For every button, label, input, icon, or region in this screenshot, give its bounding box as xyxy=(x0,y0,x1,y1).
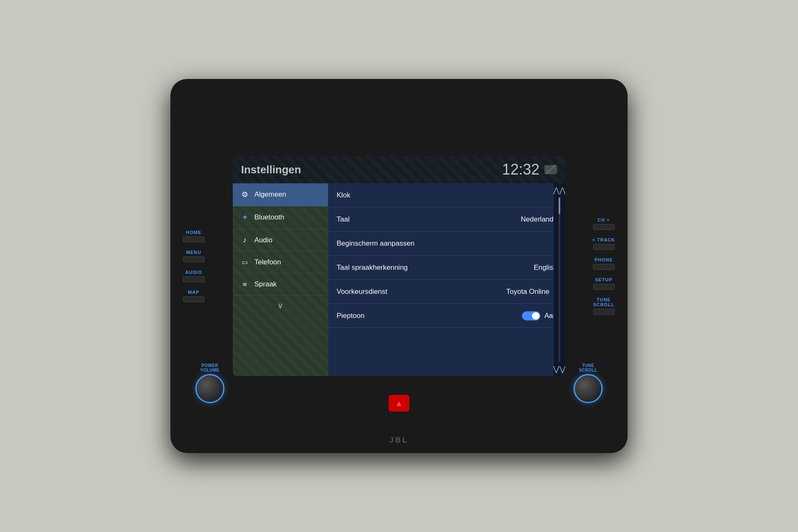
scroll-track[interactable] xyxy=(559,197,560,362)
home-button-group[interactable]: HOME xyxy=(183,230,204,242)
map-button-group[interactable]: MAP xyxy=(183,290,204,302)
row-taal[interactable]: Taal Nederlands xyxy=(328,207,565,232)
audio-icon: ♪ xyxy=(240,236,249,244)
power-volume-knob[interactable] xyxy=(195,374,224,403)
pieptoon-label: Pieptoon xyxy=(337,312,522,320)
menu-button[interactable] xyxy=(183,256,204,262)
tune-scroll-button[interactable] xyxy=(593,309,615,315)
power-volume-label: POWER VOLUME xyxy=(195,363,224,372)
audio-label: AUDIO xyxy=(185,270,202,275)
settings-content-panel: Klok Taal Nederlands Beginscherm aanpass… xyxy=(328,183,565,376)
ch-label: CH > xyxy=(598,217,610,222)
audio-button-group[interactable]: AUDIO xyxy=(183,270,204,282)
scroll-thumb[interactable] xyxy=(559,197,560,214)
infotainment-screen: Instellingen 12:32 ⚙ Algemeen xyxy=(233,156,565,376)
row-klok[interactable]: Klok xyxy=(328,183,565,207)
sidebar-label-telefoon: Telefoon xyxy=(254,258,281,266)
voorkeursdienst-label: Voorkeursdienst xyxy=(337,288,506,296)
taal-label: Taal xyxy=(337,215,521,224)
tune-scroll-label: TUNE SCROLL xyxy=(593,297,614,307)
right-controls: CH > < TRACK PHONE SETUP TUNE SCROLL xyxy=(592,217,615,315)
map-label: MAP xyxy=(188,290,199,295)
chevron-down-icon: ∨ xyxy=(277,301,283,310)
voice-icon: ≋ xyxy=(240,281,249,288)
scrollbar[interactable]: ⋀⋀ ⋁⋁ xyxy=(554,183,565,376)
screen-body: ⚙ Algemeen ✦ Bluetooth ♪ Audio ▭ xyxy=(233,183,565,376)
taal-value: Nederlands xyxy=(521,215,557,224)
sidebar-label-spraak: Spraak xyxy=(254,280,277,288)
car-surround: HOME MENU AUDIO MAP CH > < TRACK PHONE xyxy=(170,79,628,453)
klok-label: Klok xyxy=(337,191,557,200)
tune-scroll-button-group[interactable]: TUNE SCROLL xyxy=(593,297,615,315)
sidebar-item-spraak[interactable]: ≋ Spraak xyxy=(233,273,328,296)
phone-icon: ▭ xyxy=(240,259,249,266)
taal-spraak-label: Taal spraakherkenning xyxy=(337,264,534,272)
menu-label: MENU xyxy=(186,250,201,255)
row-beginscherm[interactable]: Beginscherm aanpassen xyxy=(328,232,565,256)
sidebar-item-telefoon[interactable]: ▭ Telefoon xyxy=(233,251,328,273)
home-label: HOME xyxy=(186,230,202,235)
sidebar-content: ⚙ Algemeen ✦ Bluetooth ♪ Audio ▭ xyxy=(233,183,328,376)
jbl-logo: JBL xyxy=(389,436,409,445)
tune-scroll-knob[interactable] xyxy=(574,374,603,403)
sidebar-more-button[interactable]: ∨ xyxy=(233,296,328,315)
sidebar-item-algemeen[interactable]: ⚙ Algemeen xyxy=(233,183,328,206)
track-label: < TRACK xyxy=(592,237,615,242)
row-taal-spraak[interactable]: Taal spraakherkenning English xyxy=(328,256,565,280)
setup-button-group[interactable]: SETUP xyxy=(593,277,615,290)
scroll-down-arrow[interactable]: ⋁⋁ xyxy=(553,365,565,374)
voorkeursdienst-value: Toyota Online xyxy=(506,288,549,296)
sidebar-label-algemeen: Algemeen xyxy=(254,190,286,199)
ch-button-group[interactable]: CH > xyxy=(593,217,615,230)
pieptoon-toggle-container[interactable]: Aan xyxy=(522,311,557,320)
gear-icon: ⚙ xyxy=(240,190,249,199)
power-volume-knob-container: POWER VOLUME xyxy=(195,363,224,403)
pieptoon-toggle[interactable] xyxy=(522,311,540,320)
scroll-up-arrow[interactable]: ⋀⋀ xyxy=(553,186,565,195)
sidebar-label-audio: Audio xyxy=(254,236,272,244)
row-voorkeursdienst[interactable]: Voorkeursdienst Toyota Online ∨ xyxy=(328,280,565,304)
tune-scroll-knob-container: TUNE SCROLL xyxy=(574,363,603,403)
screen-content: Instellingen 12:32 ⚙ Algemeen xyxy=(233,156,565,376)
phone-button[interactable] xyxy=(593,264,615,270)
settings-sidebar: ⚙ Algemeen ✦ Bluetooth ♪ Audio ▭ xyxy=(233,183,328,376)
sidebar-item-bluetooth[interactable]: ✦ Bluetooth xyxy=(233,206,328,229)
sidebar-item-audio[interactable]: ♪ Audio xyxy=(233,229,328,251)
home-button[interactable] xyxy=(183,236,204,242)
track-button-group[interactable]: < TRACK xyxy=(592,237,615,250)
sidebar-label-bluetooth: Bluetooth xyxy=(254,213,284,222)
map-button[interactable] xyxy=(183,296,204,302)
setup-label: SETUP xyxy=(595,277,613,282)
hazard-button[interactable] xyxy=(389,395,409,411)
ch-button[interactable] xyxy=(593,224,615,230)
setup-button[interactable] xyxy=(593,284,615,290)
track-button[interactable] xyxy=(593,244,615,250)
row-pieptoon[interactable]: Pieptoon Aan xyxy=(328,304,565,328)
audio-button[interactable] xyxy=(183,276,204,282)
tune-scroll-knob-label: TUNE SCROLL xyxy=(574,363,603,372)
menu-button-group[interactable]: MENU xyxy=(183,250,204,262)
beginscherm-label: Beginscherm aanpassen xyxy=(337,239,557,248)
phone-label: PHONE xyxy=(594,257,613,262)
phone-button-group[interactable]: PHONE xyxy=(593,257,615,270)
bluetooth-icon: ✦ xyxy=(240,213,249,222)
left-controls: HOME MENU AUDIO MAP xyxy=(183,230,204,302)
voorkeursdienst-dropdown[interactable]: Toyota Online ∨ xyxy=(506,288,557,296)
